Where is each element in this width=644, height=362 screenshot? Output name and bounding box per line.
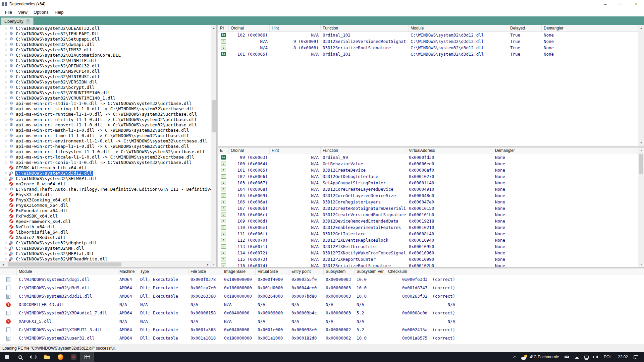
tree-item[interactable]: ▷⚙C:\WINDOWS\system32\MFPlat.DLL bbox=[0, 251, 211, 256]
tree-item[interactable]: ▷⚙E:\Grand.Theft.Auto.The.Trilogy.The.De… bbox=[0, 186, 211, 192]
tree-item[interactable]: ▷⚙C:\WINDOWS\system32\SHLWAPI.dll bbox=[0, 176, 211, 181]
tree-item[interactable]: ▷⚙api-ms-win-crt-math-l1-1-0.dll -> C:\W… bbox=[0, 127, 211, 133]
tree-item[interactable]: ▷⚙C:\WINDOWS\system32\WINTRUST.dll bbox=[0, 74, 211, 79]
module-row[interactable]: ?D3DCOMPILER_43.dllN/AN/AN/AN/AN/AN/AN/A… bbox=[0, 300, 644, 309]
exports-header-e[interactable]: E bbox=[218, 147, 229, 154]
task-view-button[interactable] bbox=[27, 352, 40, 362]
import-row[interactable]: cN/A9 (0x0009)D3D12SerializeVersionedRoo… bbox=[218, 38, 638, 45]
expand-arrow-icon[interactable]: ▷ bbox=[4, 80, 9, 83]
modules-header-file-size[interactable]: File Size bbox=[189, 268, 222, 275]
import-row[interactable]: io101 (0x0065)N/AOrdinal_101C:\WINDOWS\s… bbox=[218, 51, 638, 57]
modules-header-module[interactable]: Module bbox=[17, 268, 117, 275]
imports-header-delayed[interactable]: Delayed bbox=[508, 25, 542, 32]
scroll-down-icon[interactable]: ▼ bbox=[638, 261, 644, 267]
export-row[interactable]: c106 (0x006a)N/AD3D12CoreRegisterLayers0… bbox=[218, 199, 638, 205]
tree-item[interactable]: PxPvdSDK_x64.dll bbox=[0, 213, 211, 219]
start-button[interactable] bbox=[0, 352, 13, 362]
expand-arrow-icon[interactable]: ▷ bbox=[4, 37, 9, 41]
imports-header-pi[interactable]: PI bbox=[218, 25, 229, 32]
expand-arrow-icon[interactable]: ▷ bbox=[4, 144, 9, 148]
tree-item[interactable]: ▷⚙C:\WINDOWS\system32\VCRUNTIME140.dll bbox=[0, 90, 211, 95]
tree-item[interactable]: ▷⚙C:\WINDOWS\system32\MFReadWrite.dll bbox=[0, 256, 211, 261]
weather-button[interactable]: 4°C Pochmurnie bbox=[519, 352, 561, 362]
modules-header-subsystem[interactable]: Subsystem bbox=[324, 268, 355, 275]
tree-item[interactable]: ▷⚙C:\WINDOWS\system32\d3d12.dll bbox=[0, 170, 211, 176]
tree-item[interactable]: PhysX3Common_x64.dll bbox=[0, 202, 211, 208]
tree-item[interactable]: ▷⚙C:\WINDOWS\system32\dwmapi.dll bbox=[0, 42, 211, 47]
expand-arrow-icon[interactable]: ▷ bbox=[4, 69, 9, 73]
export-row[interactable]: c116 (0x0074)N/AD3D12SerializeRootSignat… bbox=[218, 262, 638, 267]
scroll-up-icon[interactable]: ▲ bbox=[638, 147, 644, 153]
expand-arrow-icon[interactable]: ▷ bbox=[4, 85, 9, 89]
tree-item[interactable]: ▷⚙api-ms-win-crt-utility-l1-1-0.dll -> C… bbox=[0, 117, 211, 122]
module-row[interactable]: C:\WINDOWS\system32\X3DAudio1_7.dllAMD64… bbox=[0, 309, 644, 317]
expand-arrow-icon[interactable]: ▷ bbox=[4, 139, 9, 142]
tree-item[interactable]: ▷⚙C:\WINDOWS\system32\OPENGL32.dll bbox=[0, 63, 211, 68]
tree-item[interactable]: NvCloth_x64.dll bbox=[0, 224, 211, 229]
export-row[interactable]: c102 (0x0066)N/AD3D12GetDebugInterface0x… bbox=[218, 173, 638, 180]
imports-header-demangler[interactable]: Demangler bbox=[542, 25, 632, 32]
tree-item[interactable]: PhysX3Cooking_x64.dll bbox=[0, 197, 211, 202]
scroll-up-icon[interactable]: ▲ bbox=[638, 25, 644, 31]
maximize-button[interactable]: □ bbox=[613, 0, 629, 8]
scrollbar-thumb[interactable] bbox=[212, 100, 216, 132]
scroll-down-icon[interactable]: ▼ bbox=[211, 261, 217, 267]
export-row[interactable]: c105 (0x0069)N/AD3D12CoreGetLayeredDevic… bbox=[218, 192, 638, 199]
imports-header-ordinal[interactable]: Ordinal bbox=[229, 25, 270, 32]
export-row[interactable]: c104 (0x0068)N/AD3D12CoreCreateLayeredDe… bbox=[218, 186, 638, 192]
tree-item[interactable]: ▷⚙C:\WINDOWS\system32\IMM32.dll bbox=[0, 47, 211, 52]
tree-item[interactable]: ▷⚙C:\WINDOWS\system32\OLEAUT32.dll bbox=[0, 25, 211, 31]
module-row[interactable]: C:\WINDOWS\system32\user32.dllAMD64Dll; … bbox=[0, 334, 644, 342]
expand-arrow-icon[interactable]: ▷ bbox=[4, 123, 9, 126]
expand-arrow-icon[interactable]: ▷ bbox=[4, 161, 9, 164]
export-row[interactable]: io99 (0x0063)N/AOrdinal_990x0000fd30None bbox=[218, 154, 638, 161]
expand-arrow-icon[interactable]: ▷ bbox=[4, 48, 9, 51]
scroll-up-icon[interactable]: ▲ bbox=[211, 25, 217, 31]
expand-arrow-icon[interactable]: ▷ bbox=[4, 107, 9, 110]
expand-arrow-icon[interactable]: ▷ bbox=[4, 43, 9, 46]
scrollbar-thumb[interactable] bbox=[639, 154, 643, 174]
imports-header-function[interactable]: Function bbox=[321, 25, 409, 32]
expand-arrow-icon[interactable]: ▷ bbox=[4, 134, 9, 137]
module-row[interactable]: ?XAPOFX1_5.dllN/AN/AN/AN/AN/AN/AN/AN/AN/… bbox=[0, 317, 644, 325]
expand-arrow-icon[interactable]: ▷ bbox=[4, 155, 9, 159]
export-row[interactable]: c100 (0x0064)N/AGetBehaviorValue0x00006e… bbox=[218, 161, 638, 167]
expand-arrow-icon[interactable]: ▷ bbox=[4, 241, 9, 244]
module-row[interactable]: C:\WINDOWS\system32\d3d9.dllAMD64Dll; Ex… bbox=[0, 284, 644, 292]
tree-item[interactable]: oo2core_8_win64.dll bbox=[0, 181, 211, 186]
tree-item[interactable]: ▷⚙C:\WINDOWS\system32\dbghelp.dll bbox=[0, 240, 211, 245]
tree-item[interactable]: ▷⚙C:\WINDOWS\system32\MSVCP140.dll bbox=[0, 68, 211, 74]
module-row[interactable]: C:\WINDOWS\system32\d3d11.dllAMD64Dll; E… bbox=[0, 292, 644, 300]
module-row[interactable]: C:\WINDOWS\system32\XINPUT1_3.dllAMD64Dl… bbox=[0, 325, 644, 334]
import-row[interactable]: cN/A8 (0x0008)D3D12SerializeRootSignatur… bbox=[218, 45, 638, 51]
expand-arrow-icon[interactable]: ▷ bbox=[4, 53, 9, 57]
scroll-right-icon[interactable]: ▶ bbox=[205, 262, 211, 267]
export-row[interactable]: c115 (0x0073)N/AD3D12PIXReportCounter0x0… bbox=[218, 256, 638, 262]
tree-item[interactable]: ▷⚙C:\WINDOWS\system32\VERSION.dll bbox=[0, 79, 211, 84]
tab-libertycity[interactable]: LibertyCity × bbox=[1, 17, 34, 25]
tray-controller-button[interactable] bbox=[562, 352, 571, 362]
exports-header-function[interactable]: Function bbox=[321, 147, 407, 154]
hidden-icons-button[interactable] bbox=[512, 352, 518, 362]
tree-item[interactable]: ▷⚙api-ms-win-crt-conio-l1-1-0.dll -> C:\… bbox=[0, 160, 211, 165]
minimize-button[interactable]: – bbox=[598, 0, 613, 8]
search-button[interactable] bbox=[13, 352, 27, 362]
exports-header-demangler[interactable]: Demangler bbox=[493, 147, 575, 154]
export-row[interactable]: c113 (0x0071)N/AD3D12PIXGetThreadInfo0x0… bbox=[218, 243, 638, 250]
expand-arrow-icon[interactable]: ▷ bbox=[4, 252, 9, 255]
tree-horizontal-scrollbar[interactable]: ◀ ▶ bbox=[0, 261, 211, 267]
tree-item[interactable]: ▷⚙api-ms-win-crt-environment-l1-1-0.dll … bbox=[0, 138, 211, 143]
exports-header-hint[interactable]: Hint bbox=[270, 147, 321, 154]
tree-item[interactable]: ▷⚙api-ms-win-crt-locale-l1-1-0.dll -> C:… bbox=[0, 154, 211, 160]
export-row[interactable]: c112 (0x0070)N/AD3D12PIXEventsReplaceBlo… bbox=[218, 237, 638, 243]
tree-item[interactable]: ▷⚙api-ms-win-crt-filesystem-l1-1-0.dll -… bbox=[0, 149, 211, 154]
expand-arrow-icon[interactable]: ▷ bbox=[4, 64, 9, 67]
tree-item[interactable]: PxFoundation_x64.dll bbox=[0, 208, 211, 213]
export-row[interactable]: c109 (0x006d)N/AD3D12DeviceRemovedExtend… bbox=[218, 218, 638, 224]
imports-vertical-scrollbar[interactable]: ▲ ▼ bbox=[638, 25, 644, 146]
export-row[interactable]: c114 (0x0072)N/AD3D12PIXNotifyWakeFromFe… bbox=[218, 250, 638, 256]
modules-header-virtual-size[interactable]: Virtual Size bbox=[256, 268, 289, 275]
tray-onedrive-button[interactable]: ☁ bbox=[573, 352, 581, 362]
menu-item-view[interactable]: View bbox=[15, 9, 31, 16]
tab-close-icon[interactable]: × bbox=[26, 19, 30, 23]
